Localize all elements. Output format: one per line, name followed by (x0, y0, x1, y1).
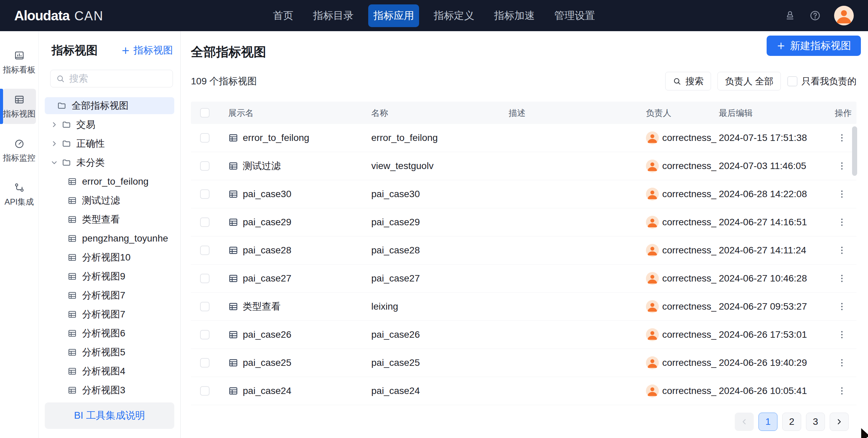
view-display-name[interactable]: pai_case24 (243, 385, 291, 396)
table-row[interactable]: pai_case26 pai_case26 correctness_ 2024-… (191, 321, 856, 349)
row-actions-kebab-icon[interactable] (835, 300, 849, 313)
view-display-name[interactable]: pai_case25 (243, 357, 291, 368)
row-actions-kebab-icon[interactable] (835, 356, 849, 370)
tree-item[interactable]: 分析视图10 (45, 249, 174, 266)
row-checkbox[interactable] (200, 274, 210, 283)
nav-item-label: 管理设置 (554, 10, 595, 21)
nav-item[interactable]: 指标目录 (308, 4, 359, 27)
tree-item[interactable]: 分析视图3 (45, 382, 174, 399)
table-row[interactable]: pai_case29 pai_case29 correctness_ 2024-… (191, 208, 856, 236)
sidebar-search[interactable] (50, 70, 173, 87)
rail-item[interactable]: API集成 (3, 177, 36, 212)
table-row[interactable]: pai_case28 pai_case28 correctness_ 2024-… (191, 236, 856, 265)
last-edited: 2024-06-27 14:16:51 (719, 217, 827, 228)
help-icon[interactable] (809, 9, 821, 22)
user-avatar[interactable] (834, 6, 854, 25)
view-name: pai_case25 (371, 357, 509, 368)
rail-item[interactable]: 指标监控 (3, 133, 36, 168)
new-view-button[interactable]: 新建指标视图 (767, 36, 861, 56)
row-checkbox[interactable] (200, 133, 210, 143)
nav-item[interactable]: 管理设置 (549, 4, 600, 27)
row-checkbox[interactable] (200, 161, 210, 171)
tree-item[interactable]: 分析视图7 (45, 287, 174, 304)
table-row[interactable]: 类型查看 leixing correctness_ 2024-06-27 09:… (191, 293, 856, 321)
tree-item[interactable]: 交易 (45, 116, 174, 133)
tree-item[interactable]: 分析视图4 (45, 363, 174, 380)
nav-item[interactable]: 指标应用 (368, 4, 419, 27)
tree-item[interactable]: 测试过滤 (45, 192, 174, 209)
row-actions-kebab-icon[interactable] (835, 384, 849, 398)
view-display-name[interactable]: error_to_feilong (243, 132, 309, 143)
rail-item[interactable]: 指标视图 (3, 89, 36, 124)
last-edited: 2024-06-26 17:53:01 (719, 329, 827, 340)
row-actions-kebab-icon[interactable] (835, 131, 849, 145)
table-view-icon (67, 348, 77, 357)
table-row[interactable]: pai_case25 pai_case25 correctness_ 2024-… (191, 349, 856, 377)
table-row[interactable]: pai_case24 pai_case24 correctness_ 2024-… (191, 377, 856, 405)
only-mine-filter[interactable]: 只看我负责的 (787, 75, 856, 87)
tree-item[interactable]: error_to_feilong (45, 173, 174, 190)
tree-item[interactable]: 分析视图5 (45, 344, 174, 361)
table-row[interactable]: pai_case30 pai_case30 correctness_ 2024-… (191, 180, 856, 208)
table-row[interactable]: 测试过滤 view_testguolv correctness_ 2024-07… (191, 152, 856, 180)
sidebar-search-input[interactable] (69, 73, 167, 84)
view-display-name[interactable]: pai_case29 (243, 217, 291, 228)
tree-item-label: 正确性 (76, 137, 105, 150)
view-display-name[interactable]: 测试过滤 (243, 160, 281, 172)
tree-item[interactable]: pengzhang_toyunhe (45, 230, 174, 247)
table-scrollbar-thumb[interactable] (852, 126, 857, 176)
nav-item[interactable]: 指标加速 (489, 4, 540, 27)
tree-item[interactable]: 全部指标视图 (45, 97, 174, 114)
add-view-button[interactable]: 指标视图 (121, 44, 173, 57)
tree-item[interactable]: 分析视图9 (45, 268, 174, 285)
row-actions-kebab-icon[interactable] (835, 272, 849, 285)
tree-item[interactable]: 未分类 (45, 154, 174, 171)
row-checkbox[interactable] (200, 330, 210, 339)
row-checkbox[interactable] (200, 189, 210, 199)
tree-chevron-icon[interactable] (50, 120, 59, 129)
tree-item[interactable]: 分析视图7 (45, 306, 174, 323)
view-display-name[interactable]: pai_case26 (243, 329, 291, 340)
view-display-name[interactable]: pai_case27 (243, 273, 291, 284)
row-checkbox[interactable] (200, 302, 210, 311)
row-actions-kebab-icon[interactable] (835, 215, 849, 229)
row-actions-kebab-icon[interactable] (835, 244, 849, 257)
column-header-description: 描述 (509, 107, 646, 119)
table-search-button[interactable]: 搜索 (665, 72, 711, 90)
pagination-prev-button[interactable] (735, 413, 754, 431)
tree-item[interactable]: 正确性 (45, 135, 174, 152)
column-header-name: 名称 (371, 107, 509, 119)
tree-item[interactable]: 分析视图6 (45, 325, 174, 342)
view-display-name[interactable]: pai_case28 (243, 245, 291, 256)
owner-filter-button[interactable]: 负责人 全部 (717, 72, 781, 90)
row-actions-kebab-icon[interactable] (835, 187, 849, 201)
brand-logo[interactable]: Aloudata CAN (14, 8, 103, 23)
table-row[interactable]: error_to_feilong error_to_feilong correc… (191, 124, 856, 152)
row-actions-kebab-icon[interactable] (835, 159, 849, 173)
tree-item[interactable]: 类型查看 (45, 211, 174, 228)
select-all-checkbox[interactable] (200, 108, 210, 118)
rail-item[interactable]: 指标看板 (3, 45, 36, 80)
view-count: 109 个指标视图 (191, 75, 257, 88)
tree-chevron-icon[interactable] (50, 158, 59, 167)
bi-integration-button[interactable]: BI 工具集成说明 (45, 402, 174, 429)
nav-item[interactable]: 首页 (268, 4, 298, 27)
tree-item-label: 分析视图7 (82, 289, 125, 302)
pagination-next-button[interactable] (830, 413, 849, 431)
row-actions-kebab-icon[interactable] (835, 328, 849, 341)
only-mine-checkbox[interactable] (787, 76, 797, 86)
pagination-page-button[interactable]: 1 (758, 413, 777, 431)
view-display-name[interactable]: pai_case30 (243, 189, 291, 200)
row-checkbox[interactable] (200, 246, 210, 255)
pagination-page-button[interactable]: 3 (806, 413, 825, 431)
stamp-icon[interactable] (784, 9, 796, 22)
tree-chevron-icon[interactable] (50, 139, 59, 148)
row-checkbox[interactable] (200, 386, 210, 396)
nav-item[interactable]: 指标定义 (429, 4, 479, 27)
table-row[interactable]: pai_case27 pai_case27 correctness_ 2024-… (191, 265, 856, 293)
view-display-name[interactable]: 类型查看 (243, 300, 281, 313)
view-table-icon (228, 189, 238, 199)
row-checkbox[interactable] (200, 358, 210, 368)
pagination-page-button[interactable]: 2 (782, 413, 801, 431)
row-checkbox[interactable] (200, 217, 210, 227)
